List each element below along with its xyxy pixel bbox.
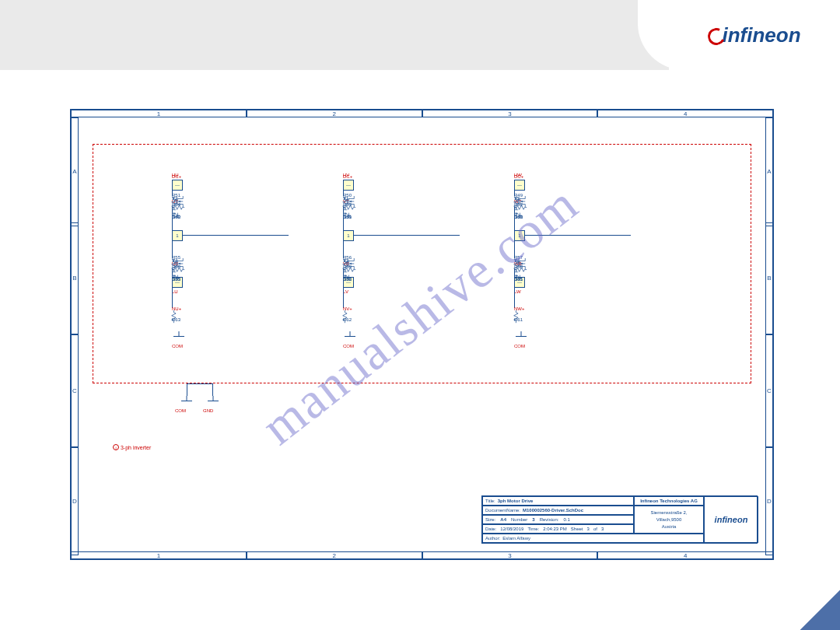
zone-top-3: 3 xyxy=(422,110,598,117)
net-gnd: GND xyxy=(203,408,213,413)
port-hi: — xyxy=(343,180,354,191)
halfbridge-W: — HW WT R49 D63 C38 R52 1 V5 DC+ W 1 — L… xyxy=(514,168,670,370)
port-hi: — xyxy=(514,180,525,191)
halfbridge-V: — HV VT R50 D51 C39 R53 1 V1 DC+ V 1 — L… xyxy=(343,168,499,370)
logo-corner: infineon xyxy=(669,0,840,70)
zone-right-d: D xyxy=(765,447,773,556)
logo-text: infineon xyxy=(722,23,800,47)
halfbridge-U: — HU UT R51 D52 C40 R54 1 V2 DC+ U 1 — L… xyxy=(172,168,327,370)
gnd-icon xyxy=(343,331,357,342)
gnd-icon xyxy=(514,331,528,342)
zone-right-b: B xyxy=(765,222,773,335)
designator-note: i 3-ph inverter xyxy=(113,444,151,450)
drawing-area: — HU UT R51 D52 C40 R54 1 V2 DC+ U 1 — L… xyxy=(79,117,765,551)
doc-name: M100002560-Driver.SchDoc xyxy=(523,508,583,513)
titleblock-logo: infineon xyxy=(704,496,758,543)
gnd-icon xyxy=(206,396,220,407)
gnd-icon xyxy=(180,396,194,407)
zone-bot-2: 2 xyxy=(247,551,422,559)
zone-top-2: 2 xyxy=(247,110,422,117)
zone-bot-1: 1 xyxy=(71,551,247,559)
company-name: Infineon Technologies AG xyxy=(634,496,704,506)
zone-top-4: 4 xyxy=(597,110,773,117)
zone-right-a: A xyxy=(765,117,773,226)
company-address: Siemensstraße 2, Villach,9500 Austria xyxy=(634,506,704,534)
zone-top-1: 1 xyxy=(71,110,247,117)
zone-bot-3: 3 xyxy=(422,551,598,559)
zone-left-b: B xyxy=(71,222,79,335)
net-com: COM xyxy=(175,408,186,413)
zone-bot-4: 4 xyxy=(597,551,773,559)
zone-left-c: C xyxy=(71,334,79,447)
corner-decoration xyxy=(754,583,840,630)
zone-right-c: C xyxy=(765,334,773,447)
title-block: Title:3ph Motor Drive DocumentName:M1000… xyxy=(481,495,758,544)
schematic-sheet: 1 2 3 4 1 2 3 4 A B C D A B C D — HU UT … xyxy=(70,109,774,560)
port-phase: 1 xyxy=(514,230,525,241)
gnd-icon xyxy=(172,331,186,342)
title: 3ph Motor Drive xyxy=(498,499,534,503)
port-phase: 1 xyxy=(172,230,183,241)
infineon-logo: infineon xyxy=(708,23,800,47)
zone-left-d: D xyxy=(71,447,79,556)
zone-left-a: A xyxy=(71,117,79,226)
port-phase: 1 xyxy=(343,230,354,241)
port-hi: — xyxy=(172,180,183,191)
